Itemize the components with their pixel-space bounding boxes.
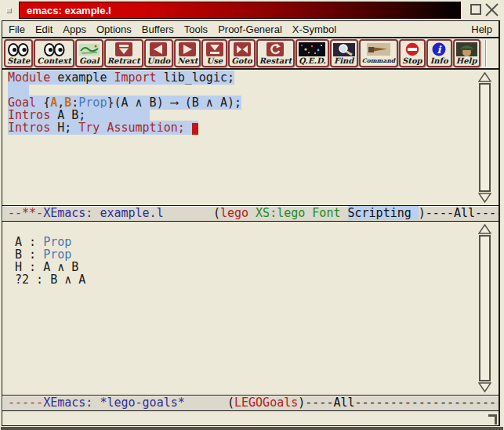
script-scrollbar[interactable]	[477, 72, 493, 203]
undo-icon	[150, 42, 167, 56]
script-buffer-text: Module example Import lib_logic; Goal {A…	[8, 71, 472, 134]
modeline-script[interactable]: --**-XEmacs: example.l (lego XS:lego Fon…	[2, 205, 499, 222]
buffer-line: Module example Import lib_logic;	[8, 71, 472, 84]
toolbar-label: Help	[456, 56, 477, 66]
toolbar-button-use[interactable]: Use	[201, 39, 227, 67]
next-icon	[179, 42, 196, 56]
toolbar-button-goto[interactable]: Goto	[228, 39, 256, 67]
menu-apps[interactable]: Apps	[63, 23, 86, 35]
toolbar-label: State	[7, 56, 30, 66]
buffer-line: Intros H; Try Assumption;	[8, 121, 472, 134]
buffer-line: B : Prop	[8, 248, 472, 261]
toolbar-label: Restart	[259, 56, 292, 66]
menubar: FileEditAppsOptionsBuffersToolsProof-Gen…	[2, 21, 499, 38]
toolbar-label: Next	[177, 56, 198, 66]
resize-grip-icon[interactable]	[488, 414, 497, 425]
toolbar-button-context[interactable]: Context	[34, 39, 74, 67]
menu-items: FileEditAppsOptionsBuffersToolsProof-Gen…	[9, 23, 336, 35]
scrollbar-thumb[interactable]	[479, 83, 491, 192]
toolbar-button-undo[interactable]: Undo	[144, 39, 174, 67]
emacs-frame: FileEditAppsOptionsBuffersToolsProof-Gen…	[2, 20, 500, 426]
qed-picture-icon	[299, 42, 325, 56]
toolbar-label: Goto	[231, 56, 252, 66]
retract-icon	[115, 42, 132, 56]
toolbar-button-goal[interactable]: Goal	[75, 39, 103, 67]
toolbar-label: Stop	[402, 56, 422, 66]
toolbar: StateContextGoalRetractUndoNextUseGotoRe…	[2, 38, 499, 70]
goals-buffer-text: A : Prop B : Prop H : A ∧ B ?2 : B ∧ A	[8, 236, 472, 286]
toolbar-label: Find	[334, 56, 354, 66]
toolbar-button-restart[interactable]: Restart	[256, 39, 295, 67]
buffer-line	[8, 84, 472, 96]
toolbar-label: Command	[362, 56, 395, 66]
scroll-down-arrow[interactable]	[478, 382, 491, 392]
toolbar-button-next[interactable]: Next	[174, 39, 201, 67]
window-menu-button[interactable]	[6, 8, 12, 13]
menu-help[interactable]: Help	[471, 23, 492, 35]
scrollbar-thumb[interactable]	[479, 235, 491, 381]
toolbar-button-qed[interactable]: Q.E.D.	[296, 39, 329, 67]
minibuffer-echo-area[interactable]	[2, 411, 499, 425]
command-icon	[367, 42, 390, 56]
titlebar[interactable]: emacs: example.l	[0, 0, 504, 20]
toolbar-label: Q.E.D.	[299, 56, 326, 66]
buffer-line: H : A ∧ B	[8, 261, 472, 273]
toolbar-label: Undo	[147, 56, 171, 66]
goals-buffer[interactable]: A : Prop B : Prop H : A ∧ B ?2 : B ∧ A	[2, 222, 499, 395]
toolbar-button-info[interactable]: iInfo	[426, 39, 452, 67]
toolbar-button-state[interactable]: State	[4, 39, 33, 67]
buffer-line: Goal {A,B:Prop}(A ∧ B) ⟶ (B ∧ A);	[8, 96, 472, 109]
stop-icon	[404, 42, 420, 56]
toolbar-label: Goal	[79, 56, 100, 66]
menu-buffers[interactable]: Buffers	[142, 23, 174, 35]
eyes-icon	[44, 42, 65, 56]
scroll-up-arrow[interactable]	[478, 72, 491, 82]
menu-edit[interactable]: Edit	[35, 23, 53, 35]
toolbar-button-help[interactable]: Help	[453, 39, 480, 67]
toolbar-button-retract[interactable]: Retract	[104, 39, 143, 67]
info-icon: i	[431, 42, 447, 56]
toolbar-separator	[485, 40, 487, 67]
toolbar-label: Use	[206, 56, 223, 66]
window-bottom-border	[1, 427, 503, 430]
toolbar-button-stop[interactable]: Stop	[399, 39, 426, 67]
goto-icon	[234, 42, 251, 56]
close-icon	[484, 2, 499, 17]
text-cursor	[192, 123, 198, 135]
script-buffer[interactable]: Module example Import lib_logic; Goal {A…	[2, 70, 499, 205]
buffer-line: ?2 : B ∧ A	[8, 273, 472, 286]
menu-proof-general[interactable]: Proof-General	[218, 23, 282, 35]
help-picture-icon	[456, 42, 477, 56]
buffer-line: Intros A B;	[8, 109, 472, 121]
restart-icon	[267, 42, 284, 56]
toolbar-buttons: StateContextGoalRetractUndoNextUseGotoRe…	[4, 39, 481, 67]
scroll-up-arrow[interactable]	[478, 224, 491, 234]
toolbar-label: Info	[430, 56, 448, 66]
window-title: emacs: example.l	[19, 2, 461, 19]
menu-tools[interactable]: Tools	[184, 23, 208, 35]
buffer-line: A : Prop	[8, 236, 472, 248]
scroll-down-arrow[interactable]	[478, 193, 491, 203]
toolbar-button-find[interactable]: Find	[330, 39, 358, 67]
toolbar-label: Context	[37, 56, 71, 66]
modeline-goals[interactable]: -----XEmacs: *lego-goals* (LEGOGoals)---…	[2, 395, 499, 411]
use-icon	[206, 42, 223, 56]
find-icon	[333, 42, 355, 56]
menu-file[interactable]: File	[9, 23, 25, 35]
toolbar-button-command[interactable]: Command	[359, 39, 398, 67]
goal-picture-icon	[78, 42, 100, 56]
menu-options[interactable]: Options	[96, 23, 132, 35]
goals-scrollbar[interactable]	[477, 224, 493, 392]
toolbar-label: Retract	[107, 56, 140, 66]
close-button[interactable]	[484, 2, 499, 17]
maximize-button[interactable]	[470, 4, 481, 15]
menu-x-symbol[interactable]: X-Symbol	[292, 23, 336, 35]
eyes-icon	[8, 42, 29, 56]
